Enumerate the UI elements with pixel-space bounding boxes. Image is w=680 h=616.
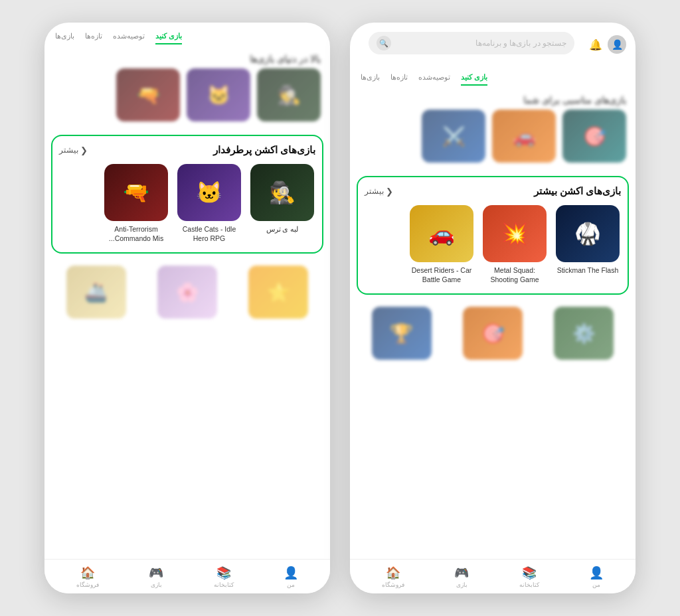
left-top-games: 🕵️ 🐱 🔫 <box>54 68 321 128</box>
right-bottom-game-1: ⚙️ <box>554 307 614 360</box>
right-profile-icon: 👤 <box>589 566 604 580</box>
left-game-name-2: Castle Cats - Idle <box>183 225 236 234</box>
right-tab-game[interactable]: 🎮 بازی <box>454 566 469 588</box>
right-game-thumb-3: 🚗 <box>410 205 473 262</box>
left-game-sub-3: Commando Mis... <box>109 234 163 244</box>
left-top-game-2: 🐱 <box>187 68 250 121</box>
right-search-placeholder: جستجو در بازی‌ها و برنامه‌ها <box>391 38 566 48</box>
right-card-more[interactable]: ❮ بیشتر <box>365 187 393 196</box>
left-library-icon: 📚 <box>216 566 231 580</box>
right-phone: 👤 🔔 جستجو در بازی‌ها و برنامه‌ها 🔍 بازی … <box>350 23 636 593</box>
left-top-game-3: 🔫 <box>116 68 180 121</box>
left-nav-bar: بازی کنید توصیه‌شده تازه‌ها بازی‌ها <box>44 23 330 48</box>
right-game-name-3: Desert Riders - Car Battle Game <box>408 266 475 284</box>
left-tab-profile-label: من <box>287 581 295 588</box>
left-card-title: بازی‌های اکشن پرطرفدار <box>213 144 315 156</box>
right-nav-new[interactable]: تازه‌ها <box>390 73 408 86</box>
left-nav-play[interactable]: بازی کنید <box>155 32 182 44</box>
left-profile-icon: 👤 <box>284 566 298 580</box>
left-bottom-game-2: 🌸 <box>157 266 217 319</box>
left-game-thumb-1: 🕵️ <box>250 164 314 221</box>
right-tab-profile-label: من <box>592 581 600 588</box>
left-bottom-game-1: ⭐ <box>248 266 308 319</box>
right-game-icon: 🎮 <box>454 566 469 580</box>
right-bottom-games: ⚙️ 🎯 🏆 <box>359 307 626 360</box>
right-highlight-card: بازی‌های اکشن بیشتر ❮ بیشتر 🥋 Stickman T… <box>357 176 629 295</box>
right-bell-icon: 🔔 <box>589 38 602 51</box>
left-game-thumb-2: 🐱 <box>177 164 241 221</box>
left-tab-bar: 🏠 فروشگاه 🎮 بازی 📚 کتابخانه 👤 من <box>44 559 330 593</box>
right-bottom-game-3: 🏆 <box>372 307 432 360</box>
right-card-game-2[interactable]: 💥 Metal Squad: Shooting Game <box>481 205 548 284</box>
right-card-game-3[interactable]: 🚗 Desert Riders - Car Battle Game <box>408 205 475 284</box>
right-top-games: 🎯 🚗 ⚔️ <box>359 110 626 169</box>
right-avatar: 👤 <box>608 35 626 54</box>
left-store-icon: 🏠 <box>80 566 95 580</box>
left-game-thumb-3: 🔫 <box>104 164 168 221</box>
right-card-game-1[interactable]: 🥋 Stickman The Flash <box>554 205 621 284</box>
right-top-game-1: 🎯 <box>562 110 626 163</box>
right-store-icon: 🏠 <box>386 566 400 580</box>
right-card-header: بازی‌های اکشن بیشتر ❮ بیشتر <box>365 185 621 197</box>
right-tab-profile[interactable]: 👤 من <box>589 566 604 588</box>
right-library-icon: 📚 <box>522 566 537 580</box>
left-card-games: 🕵️ لبه ی ترس 🐱 Castle Cats - Idle Hero R… <box>59 164 315 243</box>
left-game-sub-2: Hero RPG <box>193 234 225 244</box>
right-nav-games[interactable]: بازی‌ها <box>361 73 380 86</box>
left-tab-game-label: بازی <box>151 581 162 588</box>
right-top-game-2: 🚗 <box>492 110 556 163</box>
left-nav-games[interactable]: بازی‌ها <box>55 32 74 44</box>
right-tab-store-label: فروشگاه <box>382 581 404 588</box>
left-phone: بازی کنید توصیه‌شده تازه‌ها بازی‌ها بالا… <box>44 23 330 593</box>
left-blurred-bottom: ⭐ 🌸 🚢 <box>44 260 330 559</box>
left-card-game-3[interactable]: 🔫 Anti-Terrorism Commando Mis... <box>103 164 169 243</box>
right-chevron-icon: ❮ <box>386 187 393 196</box>
left-bottom-games: ⭐ 🌸 🚢 <box>54 266 321 319</box>
right-blurred-bottom: ⚙️ 🎯 🏆 <box>350 301 636 559</box>
right-tab-library-label: کتابخانه <box>519 581 539 588</box>
right-card-games: 🥋 Stickman The Flash 💥 Metal Squad: Shoo… <box>365 205 621 284</box>
right-more-label: بیشتر <box>365 187 384 196</box>
right-game-name-1: Stickman The Flash <box>557 266 619 275</box>
left-game-name-1: لبه ی ترس <box>266 225 299 234</box>
left-card-game-2[interactable]: 🐱 Castle Cats - Idle Hero RPG <box>176 164 242 243</box>
left-tab-library[interactable]: 📚 کتابخانه <box>214 566 234 588</box>
right-avatar-row: 👤 🔔 جستجو در بازی‌ها و برنامه‌ها 🔍 <box>350 23 636 64</box>
left-section-title: بالا در دنیای بازی‌ها <box>54 48 321 68</box>
left-blurred-top: بالا در دنیای بازی‌ها 🕵️ 🐱 🔫 <box>44 48 330 128</box>
right-game-name-2: Metal Squad: Shooting Game <box>481 266 548 284</box>
right-nav-recommended[interactable]: توصیه‌شده <box>418 73 450 86</box>
right-card-title: بازی‌های اکشن بیشتر <box>534 185 621 197</box>
right-nav-bar: بازی کنید توصیه‌شده تازه‌ها بازی‌ها <box>350 64 636 90</box>
right-tab-bar: 🏠 فروشگاه 🎮 بازی 📚 کتابخانه 👤 من <box>350 559 636 593</box>
right-tab-game-label: بازی <box>456 581 468 588</box>
left-tab-library-label: کتابخانه <box>214 581 234 588</box>
right-search-bar[interactable]: جستجو در بازی‌ها و برنامه‌ها 🔍 <box>369 32 574 54</box>
right-game-thumb-1: 🥋 <box>556 205 620 262</box>
right-tab-store[interactable]: 🏠 فروشگاه <box>382 566 404 588</box>
left-card-more[interactable]: ❮ بیشتر <box>59 145 88 155</box>
right-search-icon: 🔍 <box>377 36 391 50</box>
left-highlight-card: بازی‌های اکشن پرطرفدار ❮ بیشتر 🕵️ لبه ی … <box>51 135 323 254</box>
right-bottom-game-2: 🎯 <box>463 307 523 360</box>
left-game-name-3: Anti-Terrorism <box>114 225 157 234</box>
left-tab-game[interactable]: 🎮 بازی <box>149 566 163 588</box>
left-more-label: بیشتر <box>59 145 78 155</box>
left-tab-profile[interactable]: 👤 من <box>284 566 298 588</box>
left-tab-store-label: فروشگاه <box>76 581 99 588</box>
left-nav-new[interactable]: تازه‌ها <box>85 32 102 44</box>
right-nav-play[interactable]: بازی کنید <box>461 73 487 86</box>
right-game-thumb-2: 💥 <box>483 205 547 262</box>
left-game-icon: 🎮 <box>149 566 163 580</box>
left-card-game-1[interactable]: 🕵️ لبه ی ترس <box>249 164 315 243</box>
left-top-game-1: 🕵️ <box>257 68 321 121</box>
right-section-title: بازی‌های مناسبی برای شما <box>359 90 626 110</box>
left-chevron-icon: ❮ <box>80 145 88 155</box>
left-bottom-game-3: 🚢 <box>66 266 126 319</box>
left-nav-recommended[interactable]: توصیه‌شده <box>113 32 145 44</box>
right-tab-library[interactable]: 📚 کتابخانه <box>519 566 539 588</box>
left-card-header: بازی‌های اکشن پرطرفدار ❮ بیشتر <box>59 144 315 156</box>
right-top-game-3: ⚔️ <box>422 110 485 163</box>
right-blurred-top: بازی‌های مناسبی برای شما 🎯 🚗 ⚔️ <box>350 90 636 169</box>
left-tab-store[interactable]: 🏠 فروشگاه <box>76 566 99 588</box>
